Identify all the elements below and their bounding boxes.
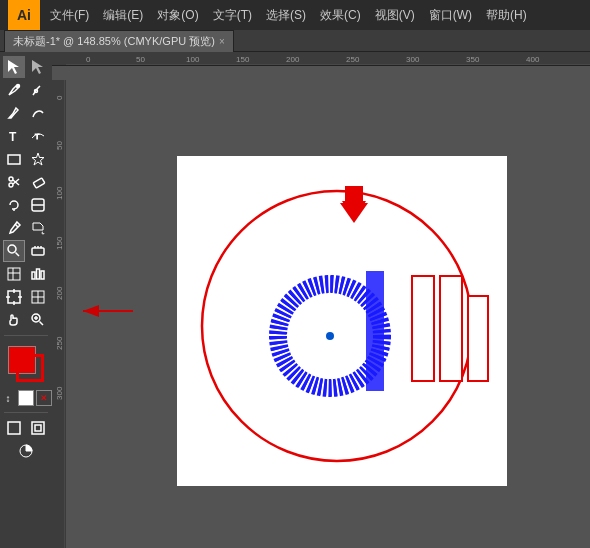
anchor-tool[interactable] xyxy=(27,79,49,101)
eraser-tool[interactable] xyxy=(27,171,49,193)
app-logo: Ai xyxy=(8,0,40,30)
draw-mode-row xyxy=(2,417,50,439)
svg-rect-75 xyxy=(412,276,434,381)
svg-rect-26 xyxy=(32,272,35,279)
warp-tool[interactable] xyxy=(27,194,49,216)
tool-row-5 xyxy=(2,148,50,170)
svg-text:150: 150 xyxy=(55,236,64,250)
stroke-color-box[interactable] xyxy=(16,354,44,382)
svg-rect-76 xyxy=(440,276,462,381)
svg-text:150: 150 xyxy=(236,55,250,64)
svg-text:100: 100 xyxy=(55,186,64,200)
artwork-svg[interactable] xyxy=(162,141,522,501)
rectangle-tool[interactable] xyxy=(3,148,25,170)
artboard-tool[interactable] xyxy=(3,286,25,308)
star-tool[interactable] xyxy=(27,148,49,170)
svg-text:0: 0 xyxy=(55,95,64,100)
scissors-tool[interactable] xyxy=(3,171,25,193)
tool-row-11 xyxy=(2,286,50,308)
menu-file[interactable]: 文件(F) xyxy=(44,5,95,26)
menu-object[interactable]: 对象(O) xyxy=(151,5,204,26)
ruler-vertical: 0 50 100 150 200 250 300 xyxy=(52,80,66,548)
menu-text[interactable]: 文字(T) xyxy=(207,5,258,26)
svg-marker-0 xyxy=(8,60,19,74)
svg-text:0: 0 xyxy=(86,55,91,64)
ruler-horizontal: 0 50 100 150 200 250 300 350 400 xyxy=(52,52,590,66)
default-colors-icon[interactable] xyxy=(18,390,34,406)
tool-row-7 xyxy=(2,194,50,216)
chart-tool[interactable] xyxy=(27,263,49,285)
tool-row-10 xyxy=(2,263,50,285)
screen-mode-button[interactable] xyxy=(15,440,37,462)
menu-effect[interactable]: 效果(C) xyxy=(314,5,367,26)
none-color-icon[interactable]: ✕ xyxy=(36,390,52,406)
main-area: T T xyxy=(0,52,590,548)
svg-rect-27 xyxy=(37,269,40,279)
svg-text:50: 50 xyxy=(55,141,64,150)
svg-rect-6 xyxy=(8,155,20,164)
tool-row-8 xyxy=(2,217,50,239)
direct-selection-tool[interactable] xyxy=(27,56,49,78)
document-tab[interactable]: 未标题-1* @ 148.85% (CMYK/GPU 预览) × xyxy=(4,30,234,52)
tab-label: 未标题-1* @ 148.85% (CMYK/GPU 预览) xyxy=(13,34,215,49)
pen-tool[interactable] xyxy=(3,79,25,101)
paint-bucket-tool[interactable] xyxy=(27,217,49,239)
hand-tool[interactable] xyxy=(3,309,25,331)
draw-normal-mode[interactable] xyxy=(3,417,25,439)
cursor-arrow xyxy=(78,301,138,325)
tool-row-2 xyxy=(2,79,50,101)
menu-bar: 文件(F) 编辑(E) 对象(O) 文字(T) 选择(S) 效果(C) 视图(V… xyxy=(44,5,533,26)
svg-text:250: 250 xyxy=(55,336,64,350)
tab-close-button[interactable]: × xyxy=(219,36,225,47)
selection-tool[interactable] xyxy=(3,56,25,78)
menu-select[interactable]: 选择(S) xyxy=(260,5,312,26)
tool-row-1 xyxy=(2,56,50,78)
svg-rect-43 xyxy=(35,425,41,431)
eyedropper-tool[interactable] xyxy=(3,217,25,239)
canvas-area: 0 50 100 150 200 250 300 350 400 0 50 10… xyxy=(52,52,590,548)
toolbar-separator-2 xyxy=(4,412,48,413)
svg-text:200: 200 xyxy=(286,55,300,64)
screen-mode-row xyxy=(2,440,50,462)
zoom-tool[interactable] xyxy=(27,309,49,331)
magnify-tool[interactable] xyxy=(3,240,25,262)
tool-row-12 xyxy=(2,309,50,331)
svg-rect-12 xyxy=(33,178,45,188)
tab-bar: 未标题-1* @ 148.85% (CMYK/GPU 预览) × xyxy=(0,30,590,52)
rotate-tool[interactable] xyxy=(3,194,25,216)
color-small-icons: ↕ ✕ xyxy=(0,390,52,406)
svg-rect-41 xyxy=(8,422,20,434)
slice-tool[interactable] xyxy=(27,286,49,308)
svg-text:50: 50 xyxy=(136,55,145,64)
swap-colors-icon[interactable]: ↕ xyxy=(0,390,16,406)
title-bar: Ai 文件(F) 编辑(E) 对象(O) 文字(T) 选择(S) 效果(C) 视… xyxy=(0,0,590,30)
svg-text:T: T xyxy=(35,133,40,140)
svg-point-9 xyxy=(9,183,13,187)
tool-row-9 xyxy=(2,240,50,262)
menu-edit[interactable]: 编辑(E) xyxy=(97,5,149,26)
type-tool[interactable]: T xyxy=(3,125,25,147)
menu-window[interactable]: 窗口(W) xyxy=(423,5,478,26)
svg-line-17 xyxy=(16,253,20,257)
fill-stroke-indicator[interactable] xyxy=(4,346,48,386)
toolbar-separator xyxy=(4,335,48,336)
svg-rect-28 xyxy=(41,271,44,279)
svg-line-38 xyxy=(40,322,44,326)
canvas-content[interactable] xyxy=(80,80,590,548)
menu-help[interactable]: 帮助(H) xyxy=(480,5,533,26)
svg-point-70 xyxy=(326,332,334,340)
mesh-tool[interactable] xyxy=(3,263,25,285)
path-type-tool[interactable]: T xyxy=(27,125,49,147)
pencil-tool[interactable] xyxy=(3,102,25,124)
tool-row-3 xyxy=(2,102,50,124)
measure-tool[interactable] xyxy=(27,240,49,262)
svg-rect-42 xyxy=(32,422,44,434)
svg-text:250: 250 xyxy=(346,55,360,64)
draw-inside-mode[interactable] xyxy=(27,417,49,439)
smooth-tool[interactable] xyxy=(27,102,49,124)
svg-point-8 xyxy=(9,177,13,181)
svg-line-15 xyxy=(15,224,18,227)
svg-rect-18 xyxy=(32,248,44,255)
menu-view[interactable]: 视图(V) xyxy=(369,5,421,26)
svg-point-2 xyxy=(17,85,20,88)
